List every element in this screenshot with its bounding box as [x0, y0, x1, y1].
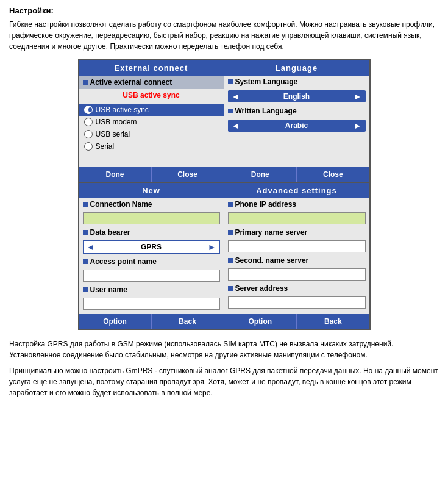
- intro-text: Гибкие настройки позволяют сделать работ…: [9, 19, 439, 52]
- radio-list: USB active sync USB modem USB serial Ser…: [79, 101, 224, 155]
- written-language-selector[interactable]: ◄ Arabic ►: [228, 120, 366, 132]
- data-bearer-label: Data bearer: [90, 228, 130, 237]
- radio-circle-usb-active-sync: [84, 106, 93, 114]
- footer-text-2: Принципиально можно настроить GmPRS - сп…: [9, 365, 439, 398]
- language-panel: Language System Language ◄ English ► Wri…: [224, 60, 369, 182]
- access-point-section: Access point name: [79, 256, 224, 268]
- system-language-row: System Language: [224, 76, 369, 88]
- radio-usb-modem[interactable]: USB modem: [84, 116, 219, 128]
- system-lang-next-button[interactable]: ►: [350, 90, 366, 102]
- written-language-row: Written Language: [224, 105, 369, 117]
- advanced-settings-panel: Advanced settings Phone IP address Prima…: [224, 183, 369, 329]
- page-title: Настройки:: [9, 6, 439, 15]
- primary-ns-label: Primary name server: [235, 228, 308, 237]
- radio-circle-usb-modem: [84, 118, 93, 126]
- gprs-next-button[interactable]: ►: [205, 241, 219, 253]
- system-lang-dot-icon: [228, 79, 233, 84]
- conn-name-input[interactable]: [83, 212, 220, 224]
- user-name-label: User name: [90, 285, 127, 294]
- new-connection-buttons: Option Back: [79, 314, 224, 329]
- written-lang-next-button[interactable]: ►: [350, 120, 366, 132]
- primary-ns-input[interactable]: [228, 240, 366, 252]
- external-connect-done-button[interactable]: Done: [79, 167, 152, 182]
- user-name-input[interactable]: [83, 298, 220, 310]
- language-header: Language: [224, 60, 369, 76]
- gprs-value: GPRS: [98, 242, 204, 252]
- new-connection-panel: New Connection Name Data bearer ◄ GPRS ►…: [79, 183, 224, 329]
- phone-ip-input[interactable]: [228, 212, 366, 224]
- new-connection-back-button[interactable]: Back: [152, 314, 224, 329]
- radio-label-usb-modem: USB modem: [96, 118, 137, 126]
- written-lang-value: Arabic: [243, 120, 349, 132]
- system-lang-value: English: [243, 90, 349, 102]
- access-point-dot-icon: [83, 259, 88, 264]
- written-language-label: Written Language: [235, 107, 297, 115]
- data-bearer-selector[interactable]: ◄ GPRS ►: [83, 240, 220, 254]
- radio-circle-usb-serial: [84, 130, 93, 138]
- phone-ip-section: Phone IP address: [224, 198, 369, 210]
- primary-ns-section: Primary name server: [224, 226, 369, 238]
- footer-text-1: Настройка GPRS для работы в GSM режиме (…: [9, 338, 439, 360]
- new-connection-option-button[interactable]: Option: [79, 314, 152, 329]
- language-close-button[interactable]: Close: [297, 167, 369, 182]
- language-done-button[interactable]: Done: [224, 167, 297, 182]
- conn-name-dot-icon: [83, 202, 88, 207]
- system-language-selector[interactable]: ◄ English ►: [228, 90, 366, 102]
- gprs-prev-button[interactable]: ◄: [84, 241, 98, 253]
- usb-active-sync-label: USB active sync: [79, 89, 224, 101]
- data-bearer-dot-icon: [83, 230, 88, 235]
- external-connect-panel: External connect Active external connect…: [79, 60, 224, 182]
- server-addr-section: Server address: [224, 282, 369, 295]
- second-ns-input[interactable]: [228, 268, 366, 281]
- active-external-connect-label: Active external connect: [79, 76, 224, 89]
- written-lang-prev-button[interactable]: ◄: [228, 120, 244, 132]
- second-ns-dot-icon: [228, 258, 233, 263]
- radio-usb-serial[interactable]: USB serial: [84, 128, 219, 140]
- user-name-dot-icon: [83, 287, 88, 292]
- section-dot-icon: [83, 80, 88, 85]
- server-addr-label: Server address: [235, 284, 288, 293]
- radio-label-usb-serial: USB serial: [96, 130, 130, 138]
- access-point-label: Access point name: [90, 257, 157, 266]
- radio-label-usb-active-sync: USB active sync: [96, 106, 149, 114]
- conn-name-section: Connection Name: [79, 198, 224, 210]
- advanced-settings-buttons: Option Back: [224, 314, 369, 329]
- radio-usb-active-sync[interactable]: USB active sync: [79, 104, 224, 116]
- conn-name-label: Connection Name: [90, 200, 152, 209]
- advanced-settings-header: Advanced settings: [224, 183, 369, 198]
- advanced-settings-option-button[interactable]: Option: [224, 314, 297, 329]
- access-point-input[interactable]: [83, 270, 220, 282]
- second-ns-section: Second. name server: [224, 254, 369, 267]
- radio-serial[interactable]: Serial: [84, 140, 219, 152]
- second-ns-label: Second. name server: [235, 256, 309, 265]
- external-connect-buttons: Done Close: [79, 167, 224, 182]
- advanced-settings-back-button[interactable]: Back: [297, 314, 369, 329]
- server-addr-input[interactable]: [228, 296, 366, 309]
- user-name-section: User name: [79, 284, 224, 296]
- phone-ip-dot-icon: [228, 202, 233, 207]
- radio-label-serial: Serial: [96, 142, 115, 151]
- primary-ns-dot-icon: [228, 230, 233, 235]
- language-buttons: Done Close: [224, 167, 369, 182]
- written-lang-dot-icon: [228, 109, 233, 113]
- radio-circle-serial: [84, 142, 93, 151]
- data-bearer-section: Data bearer: [79, 226, 224, 238]
- system-lang-prev-button[interactable]: ◄: [228, 90, 244, 102]
- phone-ip-label: Phone IP address: [235, 200, 296, 209]
- system-language-label: System Language: [235, 77, 298, 86]
- server-addr-dot-icon: [228, 286, 233, 291]
- external-connect-header: External connect: [79, 60, 224, 76]
- external-connect-close-button[interactable]: Close: [152, 167, 224, 182]
- new-connection-header: New: [79, 183, 224, 198]
